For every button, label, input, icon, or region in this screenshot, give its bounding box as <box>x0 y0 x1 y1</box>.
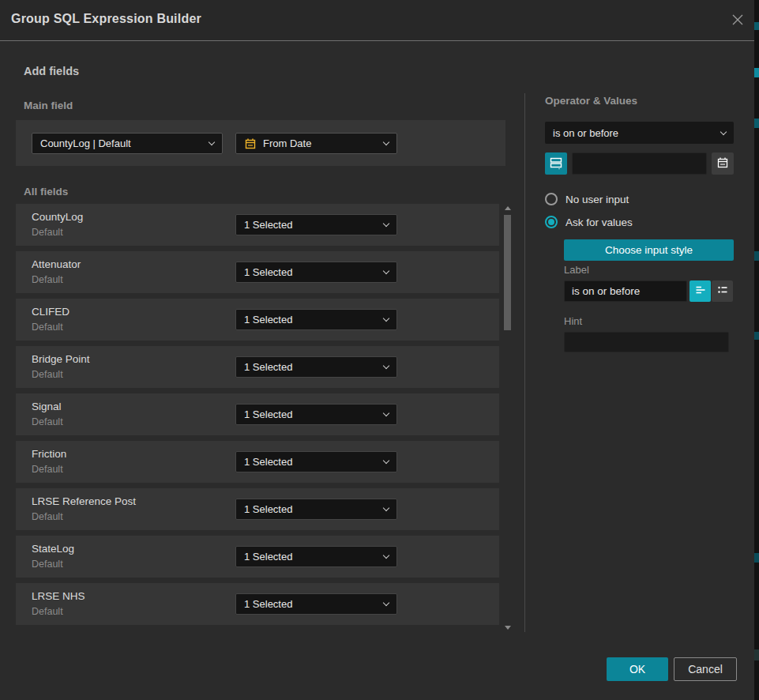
field-values-select[interactable]: 1 Selected <box>235 499 397 520</box>
field-row: LRSE NHS Default 1 Selected <box>16 583 499 625</box>
ok-button[interactable]: OK <box>607 657 668 681</box>
field-name: LRSE NHS <box>32 590 85 602</box>
chevron-down-icon <box>209 139 215 145</box>
selected-count: 1 Selected <box>244 219 292 231</box>
field-subtitle: Default <box>32 464 63 475</box>
field-row: CountyLog Default 1 Selected <box>16 204 499 246</box>
field-name: CLIFED <box>32 306 70 318</box>
field-subtitle: Default <box>32 227 63 238</box>
calendar-icon <box>244 137 257 150</box>
chevron-down-icon <box>383 457 389 464</box>
radio-no-user-input[interactable]: No user input <box>545 193 629 205</box>
field-row: Signal Default 1 Selected <box>16 393 499 435</box>
main-field-select-value: From Date <box>263 137 311 149</box>
field-name: CountyLog <box>32 211 83 223</box>
chevron-down-icon <box>383 315 389 322</box>
selected-count: 1 Selected <box>244 551 292 563</box>
field-subtitle: Default <box>32 511 63 522</box>
chevron-down-icon <box>383 139 389 145</box>
field-subtitle: Default <box>32 606 63 617</box>
field-row: Bridge Point Default 1 Selected <box>16 346 499 388</box>
list-scrollbar <box>502 204 513 632</box>
field-name: Attenuator <box>32 258 81 270</box>
chevron-down-icon <box>383 505 389 511</box>
chevron-down-icon <box>383 363 389 369</box>
selected-count: 1 Selected <box>244 314 292 326</box>
hint-input[interactable] <box>564 332 729 352</box>
calendar-icon <box>716 156 729 171</box>
scrollbar-thumb[interactable] <box>504 215 511 330</box>
list-style-button[interactable] <box>712 280 733 302</box>
selected-count: 1 Selected <box>244 408 292 420</box>
app-edge-strip <box>754 0 759 700</box>
label-caption: Label <box>564 264 589 276</box>
bulleted-list-icon <box>716 284 729 299</box>
input-mode-button[interactable] <box>545 152 567 175</box>
selected-count: 1 Selected <box>244 503 292 515</box>
operator-values-heading: Operator & Values <box>545 95 637 107</box>
label-input[interactable] <box>564 280 687 302</box>
field-subtitle: Default <box>32 416 63 427</box>
operator-select-value: is on or before <box>553 127 618 139</box>
field-subtitle: Default <box>32 559 63 570</box>
field-values-select[interactable]: 1 Selected <box>235 356 397 378</box>
chevron-down-icon <box>720 128 727 134</box>
date-picker-button[interactable] <box>712 152 734 175</box>
radio-ask-for-values[interactable]: Ask for values <box>545 216 633 228</box>
align-left-icon <box>694 284 707 299</box>
field-subtitle: Default <box>32 274 63 285</box>
chevron-down-icon <box>383 552 389 559</box>
chevron-down-icon <box>383 220 389 227</box>
hint-caption: Hint <box>564 315 582 327</box>
selected-count: 1 Selected <box>244 266 292 278</box>
selected-count: 1 Selected <box>244 456 292 468</box>
close-button[interactable] <box>728 11 747 30</box>
single-value-style-button[interactable] <box>689 280 711 302</box>
field-row: Attenuator Default 1 Selected <box>16 251 499 293</box>
selected-count: 1 Selected <box>244 361 292 373</box>
title-bar: Group SQL Expression Builder <box>0 0 754 41</box>
chevron-down-icon <box>383 410 389 416</box>
field-row: CLIFED Default 1 Selected <box>16 299 499 341</box>
panel-divider <box>524 93 525 632</box>
operator-select[interactable]: is on or before <box>545 122 734 144</box>
field-subtitle: Default <box>32 322 63 333</box>
field-values-select[interactable]: 1 Selected <box>235 593 397 615</box>
chevron-down-icon <box>383 268 389 274</box>
field-values-select[interactable]: 1 Selected <box>235 214 397 235</box>
main-field-row: CountyLog | Default From Date <box>16 120 505 166</box>
selected-count: 1 Selected <box>244 598 292 610</box>
field-values-select[interactable]: 1 Selected <box>235 309 397 330</box>
scrollbar-down-arrow[interactable] <box>505 626 511 630</box>
radio-icon <box>545 216 558 228</box>
all-fields-list: CountyLog Default 1 Selected Attenuator … <box>16 204 499 630</box>
all-fields-heading: All fields <box>24 186 68 198</box>
field-name: Signal <box>32 401 62 412</box>
field-name: LRSE Reference Post <box>32 495 136 507</box>
group-sql-expression-builder-dialog: Group SQL Expression Builder Add fields … <box>0 0 759 700</box>
field-name: Friction <box>32 448 66 460</box>
field-values-select[interactable]: 1 Selected <box>235 451 397 472</box>
radio-no-user-input-label: No user input <box>565 194 629 205</box>
field-values-select[interactable]: 1 Selected <box>235 404 397 425</box>
field-values-select[interactable]: 1 Selected <box>235 262 397 283</box>
field-row: Friction Default 1 Selected <box>16 441 499 483</box>
dialog-title: Group SQL Expression Builder <box>11 12 201 26</box>
scrollbar-up-arrow[interactable] <box>505 206 511 210</box>
main-field-select[interactable]: From Date <box>235 133 397 154</box>
field-values-select[interactable]: 1 Selected <box>235 546 397 567</box>
field-subtitle: Default <box>32 369 63 380</box>
field-name: StateLog <box>32 543 74 555</box>
chevron-down-icon <box>383 600 389 606</box>
input-mode-icon <box>549 156 563 172</box>
cancel-button[interactable]: Cancel <box>674 657 737 681</box>
main-field-heading: Main field <box>24 100 73 111</box>
date-value-input[interactable] <box>572 152 707 175</box>
field-row: StateLog Default 1 Selected <box>16 536 499 578</box>
field-row: LRSE Reference Post Default 1 Selected <box>16 488 499 530</box>
choose-input-style-button[interactable]: Choose input style <box>564 239 734 261</box>
field-name: Bridge Point <box>32 353 90 365</box>
radio-ask-for-values-label: Ask for values <box>565 216 633 228</box>
main-layer-select[interactable]: CountyLog | Default <box>32 133 223 154</box>
main-layer-select-value: CountyLog | Default <box>40 137 131 149</box>
